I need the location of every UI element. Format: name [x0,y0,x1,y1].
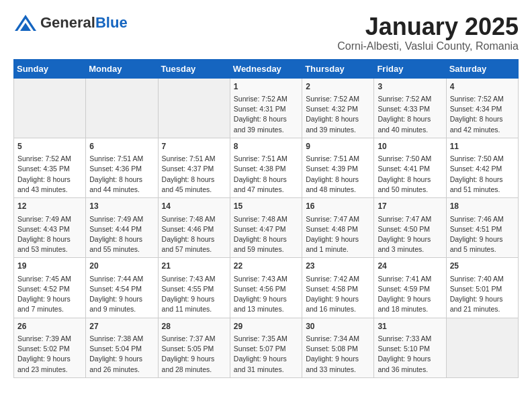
day-content-line: Daylight: 8 hours [162,234,226,244]
day-number: 25 [450,261,515,272]
day-content-line: Sunset: 4:43 PM [17,224,82,234]
day-content-line: Sunset: 4:44 PM [89,224,154,234]
day-content-line: Daylight: 8 hours [378,175,442,185]
weekday-header-friday: Friday [374,59,446,78]
day-content-line: Sunrise: 7:38 AM [89,334,154,344]
day-content-line: and 50 minutes. [378,185,442,195]
day-content-line: and 3 minutes. [378,244,442,255]
day-content-line: Daylight: 9 hours [378,234,442,244]
calendar-cell: 6Sunrise: 7:51 AMSunset: 4:36 PMDaylight… [86,138,158,197]
day-content-line: Daylight: 8 hours [450,114,515,124]
day-content-line: and 53 minutes. [17,244,82,255]
day-content-line: Sunset: 4:56 PM [234,284,298,294]
calendar-cell: 1Sunrise: 7:52 AMSunset: 4:31 PMDaylight… [230,78,302,138]
weekday-header-sunday: Sunday [14,59,86,78]
weekday-header-tuesday: Tuesday [158,59,230,78]
day-content-line: and 47 minutes. [234,185,298,195]
day-number: 4 [450,81,515,93]
calendar-cell: 27Sunrise: 7:38 AMSunset: 5:04 PMDayligh… [86,318,158,377]
calendar-cell: 12Sunrise: 7:49 AMSunset: 4:43 PMDayligh… [14,198,86,258]
calendar-cell: 30Sunrise: 7:34 AMSunset: 5:08 PMDayligh… [302,318,374,377]
day-content-line: and 55 minutes. [89,244,154,255]
day-content-line: and 21 minutes. [450,304,515,314]
day-content-line: Sunrise: 7:43 AM [234,274,298,284]
day-content-line: Sunset: 4:58 PM [306,284,370,294]
day-content-line: and 23 minutes. [17,365,82,375]
day-content-line: Sunset: 4:39 PM [306,164,370,174]
weekday-header-monday: Monday [86,59,158,78]
day-content-line: Daylight: 9 hours [89,294,154,304]
day-content-line: and 7 minutes. [17,304,82,314]
day-number: 9 [306,141,370,152]
calendar-cell: 11Sunrise: 7:50 AMSunset: 4:42 PMDayligh… [446,138,518,197]
day-content-line: Sunrise: 7:46 AM [450,214,515,224]
day-content-line: Sunrise: 7:52 AM [306,94,370,104]
day-content-line: Sunset: 4:50 PM [378,224,442,234]
day-content-line: Sunrise: 7:47 AM [306,214,370,224]
day-number: 19 [17,261,82,272]
calendar-header: SundayMondayTuesdayWednesdayThursdayFrid… [14,59,519,78]
calendar-week-2: 5Sunrise: 7:52 AMSunset: 4:35 PMDaylight… [14,138,519,197]
calendar-cell: 13Sunrise: 7:49 AMSunset: 4:44 PMDayligh… [86,198,158,258]
calendar-subtitle: Corni-Albesti, Vaslui County, Romania [337,40,519,52]
day-content-line: and 59 minutes. [234,244,298,255]
calendar-cell: 8Sunrise: 7:51 AMSunset: 4:38 PMDaylight… [230,138,302,197]
day-number: 5 [17,141,82,152]
day-content-line: Sunrise: 7:52 AM [17,154,82,164]
calendar-cell: 17Sunrise: 7:47 AMSunset: 4:50 PMDayligh… [374,198,446,258]
calendar-cell: 19Sunrise: 7:45 AMSunset: 4:52 PMDayligh… [14,258,86,318]
logo: GeneralBlue [13,13,128,32]
day-content-line: and 39 minutes. [306,125,370,135]
day-content-line: Sunrise: 7:50 AM [450,154,515,164]
day-content-line: Sunrise: 7:35 AM [234,334,298,344]
day-content-line: Daylight: 9 hours [450,234,515,244]
day-content-line: Sunset: 5:08 PM [306,344,370,354]
day-content-line: Sunset: 4:38 PM [234,164,298,174]
day-number: 29 [234,321,298,332]
day-content-line: Daylight: 9 hours [89,354,154,364]
page-header: GeneralBlue January 2025 Corni-Albesti, … [13,13,519,52]
day-content-line: and 26 minutes. [89,365,154,375]
day-number: 12 [17,201,82,212]
day-number: 20 [89,261,154,272]
calendar-cell: 9Sunrise: 7:51 AMSunset: 4:39 PMDaylight… [302,138,374,197]
day-content-line: Daylight: 9 hours [162,354,226,364]
day-content-line: Sunrise: 7:50 AM [378,154,442,164]
day-content-line: Daylight: 9 hours [378,294,442,304]
day-content-line: Daylight: 9 hours [306,234,370,244]
day-content-line: Sunrise: 7:51 AM [89,154,154,164]
day-content-line: Sunrise: 7:52 AM [234,94,298,104]
day-number: 10 [378,141,442,152]
day-number: 1 [234,81,298,93]
day-content-line: Daylight: 8 hours [306,114,370,124]
calendar-cell: 29Sunrise: 7:35 AMSunset: 5:07 PMDayligh… [230,318,302,377]
day-number: 22 [234,261,298,272]
calendar-week-5: 26Sunrise: 7:39 AMSunset: 5:02 PMDayligh… [14,318,519,377]
day-content-line: and 39 minutes. [234,125,298,135]
calendar-cell [86,78,158,138]
day-content-line: Daylight: 9 hours [306,294,370,304]
calendar-cell: 21Sunrise: 7:43 AMSunset: 4:55 PMDayligh… [158,258,230,318]
day-content-line: Daylight: 8 hours [234,234,298,244]
day-content-line: Sunrise: 7:44 AM [89,274,154,284]
day-content-line: Daylight: 8 hours [162,175,226,185]
calendar-cell [446,318,518,377]
calendar-cell: 25Sunrise: 7:40 AMSunset: 5:01 PMDayligh… [446,258,518,318]
day-content-line: Sunrise: 7:52 AM [450,94,515,104]
day-content-line: and 36 minutes. [378,365,442,375]
day-content-line: and 44 minutes. [89,185,154,195]
day-content-line: and 57 minutes. [162,244,226,255]
day-content-line: Daylight: 9 hours [234,294,298,304]
day-content-line: Sunrise: 7:48 AM [162,214,226,224]
calendar-cell: 20Sunrise: 7:44 AMSunset: 4:54 PMDayligh… [86,258,158,318]
day-number: 7 [162,141,226,152]
day-content-line: Sunrise: 7:51 AM [306,154,370,164]
calendar-cell: 31Sunrise: 7:33 AMSunset: 5:10 PMDayligh… [374,318,446,377]
day-content-line: Daylight: 8 hours [17,234,82,244]
day-content-line: and 31 minutes. [234,365,298,375]
calendar-cell: 28Sunrise: 7:37 AMSunset: 5:05 PMDayligh… [158,318,230,377]
calendar-cell: 3Sunrise: 7:52 AMSunset: 4:33 PMDaylight… [374,78,446,138]
day-content-line: Sunset: 4:31 PM [234,104,298,114]
day-content-line: Sunset: 4:48 PM [306,224,370,234]
day-content-line: Sunset: 4:32 PM [306,104,370,114]
